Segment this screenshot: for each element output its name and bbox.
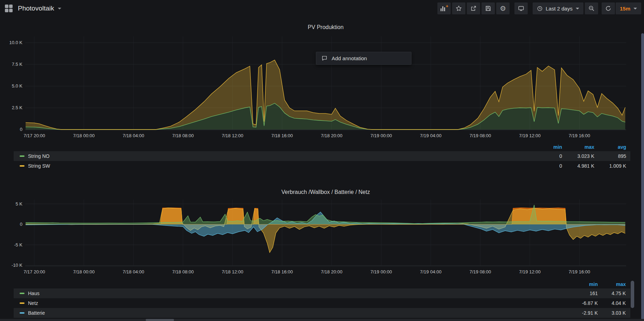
series-color-swatch (20, 293, 25, 294)
zoom-out-icon (588, 5, 595, 12)
svg-text:7/17 20:00: 7/17 20:00 (23, 269, 45, 274)
share-icon (470, 5, 477, 12)
svg-text:10.0 K: 10.0 K (9, 40, 22, 45)
svg-text:7/19 12:00: 7/19 12:00 (519, 133, 540, 138)
refresh-button[interactable] (602, 2, 615, 14)
series-min-value: -6.87 K (563, 300, 598, 306)
navbar: Photovoltaik + (0, 0, 644, 17)
svg-text:-5 K: -5 K (14, 242, 22, 247)
series-min-value: 161 (563, 291, 598, 296)
gear-icon: ⚙ (500, 5, 506, 12)
series-max-value: 4.75 K (598, 291, 626, 296)
refresh-interval-picker[interactable]: 15m (616, 2, 641, 14)
legend-header-row: min max (14, 280, 630, 288)
svg-text:7/18 12:00: 7/18 12:00 (222, 269, 243, 274)
series-max-value: 3.03 K (598, 310, 626, 316)
svg-text:7/19 00:00: 7/19 00:00 (371, 133, 392, 138)
legend-header-min[interactable]: min (563, 281, 598, 287)
svg-text:-10 K: -10 K (12, 263, 22, 268)
add-panel-button[interactable]: + (437, 2, 451, 14)
svg-text:7/18 16:00: 7/18 16:00 (271, 269, 293, 274)
time-range-label: Last 2 days (546, 6, 573, 12)
pv-produktion-chart[interactable]: 7/17 20:007/18 00:007/18 04:007/18 08:00… (0, 34, 644, 146)
svg-text:7/19 08:00: 7/19 08:00 (470, 269, 491, 274)
svg-text:2.5 K: 2.5 K (12, 105, 23, 110)
svg-text:5 K: 5 K (15, 201, 22, 207)
add-annotation-label: Add annotation (332, 55, 367, 61)
svg-text:7/19 16:00: 7/19 16:00 (569, 133, 590, 138)
cycle-view-button[interactable] (514, 2, 528, 14)
chevron-down-icon (633, 8, 637, 9)
panel2-title[interactable]: Verbrauch /Wallbox / Batterie / Netz (11, 189, 641, 195)
series-label[interactable]: String SW (28, 163, 50, 169)
zoom-out-button[interactable] (585, 2, 598, 14)
legend-header-max[interactable]: max (598, 281, 626, 287)
series-color-swatch (20, 302, 25, 304)
panel1-title[interactable]: PV Produktion (11, 24, 641, 30)
add-panel-icon: + (441, 6, 448, 11)
chevron-down-icon (576, 8, 579, 9)
series-label[interactable]: Netz (28, 300, 38, 306)
add-annotation-popup[interactable]: Add annotation (316, 52, 411, 65)
panel2-legend: min max Haus 161 4.75 K Netz -6.87 K 4.0… (14, 280, 630, 318)
series-max-value: 4.981 K (562, 163, 594, 169)
settings-button[interactable]: ⚙ (496, 2, 510, 14)
svg-text:7/18 04:00: 7/18 04:00 (123, 269, 144, 274)
save-icon (485, 5, 491, 12)
svg-text:7/19 16:00: 7/19 16:00 (569, 269, 590, 274)
svg-text:7/18 08:00: 7/18 08:00 (172, 133, 194, 138)
legend-header-min[interactable]: min (527, 144, 562, 150)
series-color-swatch (20, 312, 25, 314)
svg-text:7/18 20:00: 7/18 20:00 (321, 133, 342, 138)
legend-scrollbar[interactable] (631, 281, 634, 308)
svg-text:7/18 20:00: 7/18 20:00 (321, 269, 342, 274)
series-label[interactable]: Batterie (28, 310, 45, 316)
series-label[interactable]: Haus (28, 291, 40, 296)
clock-icon (537, 6, 543, 12)
dashboard-picker[interactable]: Photovoltaik (5, 5, 61, 12)
svg-text:7/19 04:00: 7/19 04:00 (420, 133, 441, 138)
series-max-value: 3.023 K (562, 153, 594, 159)
share-button[interactable] (467, 2, 480, 14)
legend-header-row: min max avg (14, 143, 630, 151)
page-scrollbar[interactable] (641, 33, 644, 321)
verbrauch-chart[interactable]: 7/17 20:007/18 00:007/18 04:007/18 08:00… (0, 195, 644, 281)
legend-row-string-no[interactable]: String NO 0 3.023 K 895 (14, 151, 630, 161)
svg-text:7/19 04:00: 7/19 04:00 (420, 269, 441, 274)
comment-bubble-icon (321, 55, 327, 61)
svg-text:7/18 04:00: 7/18 04:00 (123, 133, 144, 138)
svg-text:7/18 12:00: 7/18 12:00 (222, 133, 243, 138)
time-range-picker[interactable]: Last 2 days (533, 2, 583, 14)
horizontal-scrollbar-thumb[interactable] (146, 319, 174, 321)
dashboard-grid-icon (5, 5, 13, 12)
legend-row-haus[interactable]: Haus 161 4.75 K (14, 288, 630, 298)
series-avg-value: 1.009 K (594, 163, 626, 169)
svg-text:0: 0 (20, 222, 22, 227)
legend-header-avg[interactable]: avg (594, 144, 626, 150)
panel1-legend: min max avg String NO 0 3.023 K 895 Stri… (14, 143, 630, 171)
series-color-swatch (20, 165, 25, 167)
navbar-actions: + ⚙ (436, 2, 641, 14)
series-avg-value: 895 (594, 153, 626, 159)
save-button[interactable] (482, 2, 495, 14)
series-min-value: 0 (527, 153, 562, 159)
svg-text:5.0 K: 5.0 K (12, 83, 23, 89)
svg-text:7/18 00:00: 7/18 00:00 (73, 269, 95, 274)
refresh-interval-label: 15m (620, 6, 630, 12)
legend-row-string-sw[interactable]: String SW 0 4.981 K 1.009 K (14, 161, 630, 171)
legend-row-batterie[interactable]: Batterie -2.91 K 3.03 K (14, 308, 630, 318)
tv-icon (518, 5, 524, 12)
dashboard-title[interactable]: Photovoltaik (18, 5, 54, 12)
legend-header-max[interactable]: max (562, 144, 594, 150)
svg-text:7/18 00:00: 7/18 00:00 (73, 133, 95, 138)
chevron-down-icon (58, 8, 61, 9)
series-label[interactable]: String NO (28, 153, 49, 159)
horizontal-scrollbar[interactable] (0, 319, 644, 321)
grafana-dashboard: Photovoltaik + (0, 0, 644, 321)
star-icon (456, 5, 462, 12)
star-button[interactable] (452, 2, 465, 14)
svg-text:7/17 20:00: 7/17 20:00 (23, 133, 45, 138)
legend-row-netz[interactable]: Netz -6.87 K 4.04 K (14, 298, 630, 308)
svg-text:7/18 16:00: 7/18 16:00 (271, 133, 293, 138)
svg-text:7/19 08:00: 7/19 08:00 (470, 133, 491, 138)
